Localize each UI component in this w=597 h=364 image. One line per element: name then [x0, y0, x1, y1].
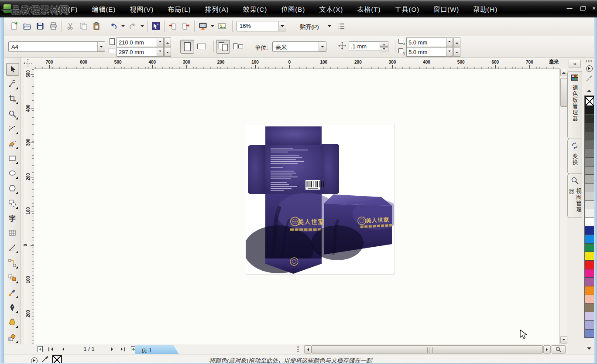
all-pages-button[interactable]	[216, 40, 230, 54]
paper-preset-combo[interactable]: A4	[8, 41, 105, 52]
first-page-button[interactable]	[48, 346, 54, 353]
status-flyout-button[interactable]	[31, 356, 38, 364]
duplicate-x-spinner[interactable]	[446, 37, 460, 47]
restore-button[interactable]	[577, 5, 588, 12]
rectangle-tool[interactable]	[6, 152, 18, 164]
page-tab[interactable]: 页 1	[135, 345, 179, 355]
print-button[interactable]	[47, 20, 60, 33]
swatch-1488e0[interactable]	[585, 235, 594, 244]
menu-item-help[interactable]: 帮助(H)	[466, 2, 504, 16]
open-folder-button[interactable]	[21, 20, 34, 33]
screen-launcher-button[interactable]	[196, 20, 209, 33]
swatch-f7e214[interactable]	[585, 252, 594, 261]
paste-button[interactable]	[90, 20, 103, 33]
status-no-color-well[interactable]	[52, 355, 62, 364]
zoom-fit-button[interactable]	[552, 345, 566, 354]
horizontal-scrollbar[interactable]	[303, 344, 567, 354]
swatch-2e2e2c[interactable]	[585, 115, 594, 123]
ruler-origin[interactable]	[22, 58, 34, 68]
landscape-button[interactable]	[195, 40, 208, 53]
swatch-6b6b69[interactable]	[585, 140, 594, 149]
vertical-scrollbar[interactable]	[559, 68, 567, 344]
swatch-ea1f8f[interactable]	[585, 269, 594, 278]
close-button[interactable]: ×	[588, 5, 597, 12]
connector-tool[interactable]	[6, 257, 18, 269]
swatch-a9a9da[interactable]	[585, 321, 594, 330]
menu-item-text[interactable]: 文本(X)	[312, 2, 350, 16]
chevron-down-icon[interactable]	[120, 20, 126, 33]
import-button[interactable]	[166, 20, 179, 33]
crop-tool[interactable]	[6, 92, 18, 105]
menu-item-layout[interactable]: 布局(L)	[161, 2, 198, 16]
chevron-down-icon[interactable]	[278, 21, 286, 31]
palette-scroll-down[interactable]	[584, 345, 594, 353]
redo-button[interactable]	[126, 20, 139, 33]
zoom-level-combo[interactable]: 16%	[237, 21, 286, 31]
horizontal-scroll-thumb[interactable]	[312, 345, 543, 354]
swatch-e81c1c[interactable]	[585, 261, 594, 269]
vertical-scroll-thumb[interactable]	[560, 78, 567, 107]
cut-button[interactable]	[64, 20, 77, 33]
swatch-434341[interactable]	[585, 123, 594, 132]
swatch-a85a9e[interactable]	[585, 278, 594, 286]
swatch-none[interactable]	[585, 96, 594, 106]
chevron-down-icon[interactable]	[139, 20, 145, 33]
table-tool[interactable]	[6, 227, 18, 239]
package-design-image[interactable]: 美人世家 美人世家	[246, 125, 395, 275]
chevron-down-icon[interactable]	[319, 42, 326, 51]
menu-item-effects[interactable]: 效果(C)	[236, 2, 274, 16]
docker-collapse-button[interactable]: «	[569, 60, 581, 68]
copy-button[interactable]	[77, 20, 90, 33]
nudge-spinner[interactable]	[379, 41, 388, 52]
swatch-c1c1bf[interactable]	[585, 184, 594, 192]
palette-grip[interactable]	[586, 60, 592, 62]
swatch-a1a19f[interactable]	[585, 167, 594, 175]
swatch-b1b1af[interactable]	[585, 175, 594, 184]
swatch-e1e1df[interactable]	[585, 201, 594, 209]
menu-item-window[interactable]: 窗口(W)	[426, 2, 466, 16]
palette-scroll-up[interactable]	[584, 86, 594, 94]
swatch-1c1c1a[interactable]	[585, 106, 594, 115]
duplicate-y-field[interactable]: 5.0 mm	[406, 47, 448, 57]
swatch-8f8f8d[interactable]	[585, 158, 594, 167]
next-page-button[interactable]	[110, 346, 115, 353]
swatch-7586c8[interactable]	[585, 330, 594, 338]
fill-tool[interactable]	[6, 316, 18, 328]
swatch-d1d1cf[interactable]	[585, 192, 594, 201]
paper-width-field[interactable]: 210.0 mm	[117, 37, 158, 47]
palette-eyedropper-icon[interactable]	[584, 74, 594, 82]
swatch-ffffff[interactable]	[585, 218, 594, 227]
save-button[interactable]	[34, 20, 47, 33]
polygon-tool[interactable]	[6, 182, 18, 194]
nudge-field[interactable]: .1 mm	[349, 41, 381, 51]
export-button[interactable]	[179, 20, 192, 33]
units-combo[interactable]: 毫米	[272, 41, 326, 52]
swatch-cdc6e6[interactable]	[585, 312, 594, 321]
freehand-tool[interactable]	[6, 122, 18, 135]
minimize-button[interactable]: —	[564, 5, 575, 12]
menu-item-edit[interactable]: 编辑(E)	[85, 2, 123, 16]
scroll-right-button[interactable]	[543, 345, 551, 354]
eyedropper-tool[interactable]	[6, 286, 18, 299]
menu-item-bitmaps[interactable]: 位图(B)	[274, 2, 312, 16]
basic-shapes-tool[interactable]	[6, 197, 18, 209]
text-tool[interactable]: 字	[6, 212, 18, 224]
status-eyedropper-icon[interactable]	[41, 355, 49, 364]
pick-tool[interactable]	[6, 63, 19, 76]
scroll-down-button[interactable]	[560, 336, 567, 344]
swatch-f08c1f[interactable]	[585, 286, 594, 295]
image-adjust-button[interactable]	[216, 20, 229, 33]
scroll-left-button[interactable]	[304, 345, 312, 354]
duplicate-y-spinner[interactable]	[446, 47, 460, 57]
snap-to-caret[interactable]	[326, 20, 333, 33]
chevron-down-icon[interactable]	[97, 42, 105, 51]
horizontal-ruler[interactable]: 毫米 7006005004003002001000100200300400500…	[34, 58, 559, 69]
interactive-fill-tool[interactable]	[6, 331, 18, 344]
new-document-button[interactable]	[7, 20, 21, 33]
application-launcher-button[interactable]	[149, 20, 162, 33]
blend-tool[interactable]	[6, 272, 18, 284]
pagebar-splitter[interactable]	[297, 346, 299, 353]
dimension-tool[interactable]	[6, 242, 18, 254]
paper-height-field[interactable]: 297.0 mm	[117, 47, 158, 57]
shape-tool[interactable]	[6, 78, 18, 90]
